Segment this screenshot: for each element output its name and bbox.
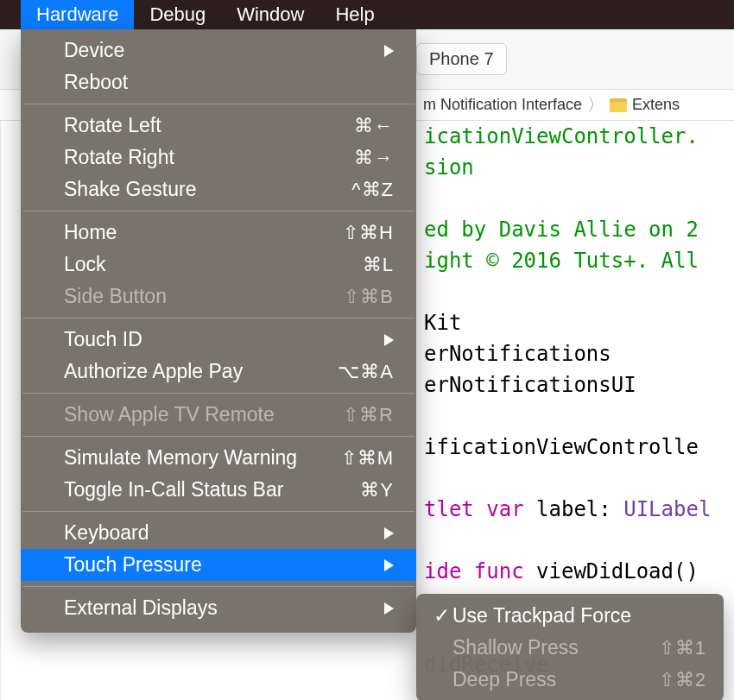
menu-item-label: Side Button [64,285,344,308]
menu-separator [22,511,414,512]
submenu-item-label: Deep Press [452,668,659,691]
menu-item-rotate-right[interactable]: Rotate Right⌘→ [21,142,416,173]
chevron-right-icon [384,527,394,539]
menu-item-label: Keyboard [64,521,384,545]
chevron-right-icon [384,334,394,346]
menu-shortcut: ⌘Y [360,479,394,501]
menu-separator [22,318,414,318]
hardware-menu: DeviceRebootRotate Left⌘←Rotate Right⌘→S… [21,29,416,633]
menu-item-label: Authorize Apple Pay [64,360,338,383]
menu-shortcut: ⇧⌘R [343,404,394,426]
menu-separator [22,393,414,394]
menu-shortcut: ⇧⌘2 [659,669,706,691]
device-selector[interactable]: Phone 7 [416,43,507,75]
chevron-right-icon [384,559,394,571]
menu-item-home[interactable]: Home⇧⌘H [21,217,416,249]
menu-item-external-displays[interactable]: External Displays [21,592,416,624]
menubar-item-debug[interactable]: Debug [134,0,221,29]
menu-shortcut: ^⌘Z [351,179,394,201]
menu-item-rotate-left[interactable]: Rotate Left⌘← [21,110,416,142]
menu-item-label: Shake Gesture [64,178,351,201]
menu-item-label: Device [64,39,384,62]
menu-item-label: Rotate Left [64,114,354,137]
menu-separator [22,586,414,587]
menu-item-label: Simulate Memory Warning [64,446,341,470]
checkmark-icon: ✓ [430,604,452,627]
menu-item-label: Lock [64,253,363,276]
menubar-item-window[interactable]: Window [221,0,320,29]
menubar-item-hardware[interactable]: Hardware [21,0,134,29]
submenu-item-deep-press: Deep Press⇧⌘2 [416,664,724,696]
menu-shortcut: ⇧⌘M [341,447,394,470]
menu-item-label: Touch Pressure [64,553,384,577]
folder-icon [610,98,627,112]
menubar: Hardware Debug Window Help [0,0,734,29]
submenu-item-label: Shallow Press [452,636,659,659]
menu-item-label: Touch ID [64,328,384,351]
menu-item-label: Home [64,221,343,244]
menu-shortcut: ⇧⌘1 [659,637,706,659]
menu-item-label: Rotate Right [64,146,354,169]
menu-item-simulate-memory-warning[interactable]: Simulate Memory Warning⇧⌘M [21,442,416,474]
menu-item-label: Reboot [64,71,394,94]
menu-shortcut: ⌘L [363,254,394,276]
crumb-part[interactable]: Extens [632,96,680,114]
chevron-right-icon [384,602,394,615]
menu-shortcut: ⇧⌘H [343,222,394,244]
menu-item-lock[interactable]: Lock⌘L [21,249,416,281]
menu-item-reboot[interactable]: Reboot [21,66,416,98]
menu-item-show-apple-tv-remote: Show Apple TV Remote⇧⌘R [21,399,416,431]
chevron-right-icon [384,45,394,57]
menu-item-authorize-apple-pay[interactable]: Authorize Apple Pay⌥⌘A [21,356,416,388]
submenu-item-shallow-press: Shallow Press⇧⌘1 [416,632,724,664]
menu-item-label: External Displays [64,596,384,620]
menu-shortcut: ⌘← [354,115,394,137]
submenu-item-label: Use Trackpad Force [452,604,706,627]
menu-item-label: Show Apple TV Remote [64,403,343,426]
menu-shortcut: ⇧⌘B [344,286,394,308]
menu-item-side-button: Side Button⇧⌘B [21,281,416,312]
menu-separator [22,436,414,437]
menu-item-touch-pressure[interactable]: Touch Pressure [21,549,416,581]
menu-item-label: Toggle In-Call Status Bar [64,478,360,501]
menu-item-device[interactable]: Device [21,35,416,66]
menu-separator [22,104,414,104]
menu-separator [22,211,414,211]
chevron-right-icon: 〉 [587,93,604,117]
crumb-part[interactable]: m Notification Interface [423,96,582,114]
menu-shortcut: ⌘→ [354,147,394,169]
menu-item-toggle-in-call-status-bar[interactable]: Toggle In-Call Status Bar⌘Y [21,474,416,506]
submenu-item-use-trackpad-force[interactable]: ✓Use Trackpad Force [416,600,724,632]
menu-shortcut: ⌥⌘A [338,361,394,383]
menu-item-shake-gesture[interactable]: Shake Gesture^⌘Z [21,173,416,205]
menu-item-keyboard[interactable]: Keyboard [21,517,416,549]
menu-item-touch-id[interactable]: Touch ID [21,324,416,356]
touch-pressure-submenu: ✓Use Trackpad ForceShallow Press⇧⌘1Deep … [416,594,724,700]
menubar-item-help[interactable]: Help [320,0,389,29]
